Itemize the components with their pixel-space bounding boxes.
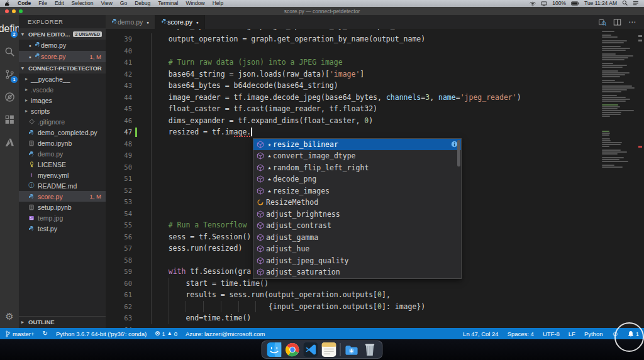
suggest-item-adjust_brightness[interactable]: adjust_brightness [253, 209, 461, 221]
code-editor[interactable]: input_operation = graph.get_operation_by… [106, 29, 644, 328]
statusbar-item-left-1[interactable]: ↻ [43, 330, 48, 337]
code-line-44[interactable]: 44 image_reader = tf.image.decode_jpeg(b… [106, 92, 600, 104]
menu-item-window[interactable]: Window [186, 0, 204, 7]
apple-menu[interactable] [5, 0, 10, 8]
suggest-item-resize_images[interactable]: ★resize_images [253, 185, 461, 197]
code-line-60[interactable]: 60 start = time.time() [106, 278, 600, 290]
tree-item-demo.py[interactable]: demo.py [19, 148, 106, 159]
dirty-indicator-icon[interactable]: ● [196, 20, 199, 25]
tree-item-setup.ipynb[interactable]: setup.ipynb [19, 202, 106, 212]
statusbar-item-left-3[interactable]: ⊗1▲0 [155, 330, 177, 337]
menu-item-help[interactable]: Help [213, 0, 223, 7]
tree-item-.gitignore[interactable]: .gitignore [19, 116, 106, 127]
suggest-item-adjust_contrast[interactable]: adjust_contrast [253, 220, 461, 232]
code-line-46[interactable]: 46 dims_expander = tf.expand_dims(float_… [106, 115, 600, 127]
activitybar-azure[interactable] [0, 131, 19, 153]
dock-downloads-icon[interactable] [345, 342, 359, 357]
split-editor-icon[interactable] [613, 18, 621, 26]
statusbar-item-right-1[interactable]: Spaces: 4 [508, 330, 534, 337]
tree-item-demo.ipynb[interactable]: demo.ipynb [19, 138, 106, 148]
tree-item-scripts[interactable]: ▸scripts [19, 106, 106, 116]
code-line-61[interactable]: 61 results = sess.run(output_operation.o… [106, 289, 600, 301]
dirty-indicator-icon[interactable]: ● [147, 20, 149, 25]
dock-vscode-icon[interactable] [304, 342, 318, 357]
menu-item-view[interactable]: View [101, 0, 113, 7]
menu-item-code[interactable]: Code [18, 0, 31, 7]
dock-finder-icon[interactable] [267, 342, 282, 357]
tree-item-LICENSE[interactable]: LICENSE [19, 159, 106, 170]
settings-gear-icon[interactable]: ⚙ [5, 309, 13, 324]
dock-trash-icon[interactable] [363, 342, 377, 357]
tree-item-README.md[interactable]: ⓘREADME.md [19, 180, 106, 191]
line-number: 56 [106, 231, 132, 243]
activitybar-extensions[interactable] [0, 108, 19, 131]
statusbar-item-right-5[interactable]: ☺ [611, 330, 618, 337]
statusbar-item-right-2[interactable]: UTF-8 [543, 330, 560, 337]
outline-label: OUTLINE [28, 319, 55, 325]
tab-score.py[interactable]: score.py● [155, 15, 205, 29]
statusbar-item-left-0[interactable]: master+ [5, 330, 35, 337]
suggest-label: adjust_hue [266, 244, 309, 253]
statusbar-item-left-4[interactable]: Azure: lazzeri@microsoft.com [186, 330, 265, 337]
tree-item-score.py[interactable]: score.py1, M [19, 191, 106, 202]
menu-item-debug[interactable]: Debug [135, 0, 150, 7]
open-editor-demo.py[interactable]: ●demo.py [19, 40, 106, 51]
dock-chrome-icon[interactable] [286, 342, 300, 357]
code-line-45[interactable]: 45 float_caster = tf.cast(image_reader, … [106, 103, 600, 115]
code-line-62[interactable]: 62 {input_operation.outputs[0]: image}) [106, 301, 600, 313]
code-line-40[interactable]: 40 [106, 45, 600, 57]
folder-section-header[interactable]: ▾ CONNECT-PETDETECTOR [19, 62, 106, 74]
menu-item-edit[interactable]: Edit [55, 0, 64, 7]
activitybar-search[interactable] [0, 40, 19, 63]
open-editors-header[interactable]: ▾ OPEN EDITO... 2 UNSAVED [19, 28, 106, 40]
code-line-42[interactable]: 42 base64_string = json.loads(raw_data)[… [106, 68, 600, 80]
open-changes-icon[interactable] [598, 18, 606, 26]
menu-item-terminal[interactable]: Terminal [158, 0, 178, 7]
spotlight-button[interactable] [622, 0, 628, 7]
code-line-43[interactable]: 43 base64_bytes = b64decode(base64_strin… [106, 80, 600, 92]
activitybar-explorer[interactable]: undefined2 [0, 18, 19, 40]
notification-center-button[interactable] [633, 1, 639, 7]
tree-item-test.py[interactable]: test.py [19, 223, 106, 234]
suggest-item-adjust_hue[interactable]: adjust_hue [253, 243, 461, 255]
suggest-item-random_flip_left_right[interactable]: ★random_flip_left_right [253, 162, 461, 174]
outline-section-header[interactable]: ▸ OUTLINE [19, 316, 106, 327]
statusbar-item-left-2[interactable]: Python 3.6.7 64-bit ('py36': conda) [56, 330, 147, 337]
tree-item-__pycache__[interactable]: ▸__pycache__ [19, 74, 106, 84]
code-line-41[interactable]: 41 # Turn raw data (json) into a JPEG im… [106, 57, 600, 68]
suggest-item-ResizeMethod[interactable]: ResizeMethod [253, 197, 461, 209]
activitybar-source-control[interactable]: 1 [0, 63, 19, 85]
close-window-button[interactable] [5, 9, 9, 13]
tree-item-demo_completed.py[interactable]: demo_completed.py [19, 127, 106, 138]
suggest-item-adjust_jpeg_quality[interactable]: adjust_jpeg_quality [253, 255, 461, 267]
suggest-item-adjust_gamma[interactable]: adjust_gamma [253, 232, 461, 244]
method-symbol-icon [257, 141, 264, 148]
suggest-item-resize_bilinear[interactable]: ★resize_bilinear [253, 139, 461, 151]
minimize-window-button[interactable] [12, 9, 16, 13]
tab-demo.py[interactable]: demo.py● [106, 15, 155, 29]
menu-item-go[interactable]: Go [120, 0, 127, 7]
suggest-item-convert_image_dtype[interactable]: ★convert_image_dtype [253, 150, 461, 162]
suggest-item-decode_png[interactable]: ★decode_png [253, 173, 461, 185]
tree-item-images[interactable]: ▸images [19, 95, 106, 106]
code-line-39[interactable]: 39 output_operation = graph.get_operatio… [106, 33, 600, 45]
statusbar-item-right-0[interactable]: Ln 47, Col 24 [463, 330, 499, 337]
statusbar-item-right-3[interactable]: LF [569, 330, 575, 337]
suggest-item-adjust_saturation[interactable]: adjust_saturation [253, 266, 461, 278]
menu-item-file[interactable]: File [38, 0, 47, 7]
zoom-window-button[interactable] [19, 9, 23, 13]
tree-item-myenv.yml[interactable]: !myenv.yml [19, 170, 106, 180]
more-actions-icon[interactable]: ⋯ [628, 19, 636, 25]
tree-item-temp.jpg[interactable]: temp.jpg [19, 212, 106, 223]
statusbar-item-right-4[interactable]: Python [584, 330, 603, 337]
overview-ruler[interactable] [636, 29, 644, 328]
open-editor-score.py[interactable]: ●score.py1, M [19, 51, 106, 62]
dock-notes-icon[interactable] [322, 342, 336, 357]
suggest-scrollbar[interactable] [457, 140, 460, 166]
activitybar-debug[interactable] [0, 85, 19, 108]
menu-item-selection[interactable]: Selection [72, 0, 94, 7]
statusbar-item-right-6[interactable]: 1 [628, 330, 639, 337]
code-line-47[interactable]: 47 resized = tf.image. [106, 126, 600, 138]
tree-item-.vscode[interactable]: ▸.vscode [19, 84, 106, 95]
code-line-63[interactable]: 63 end=time.time() [106, 312, 600, 324]
